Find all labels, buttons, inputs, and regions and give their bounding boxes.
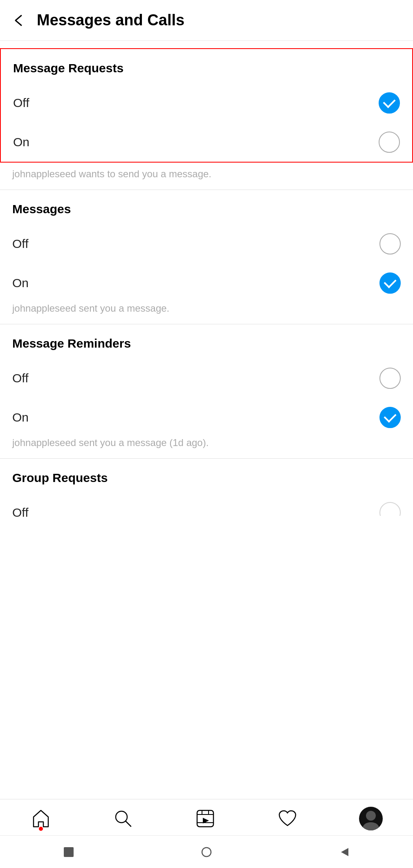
section-messages: Messages Off On johnappleseed sent you a…: [0, 190, 413, 324]
option-row-reminders-off: Off: [12, 359, 401, 398]
option-row-requests-on: On: [13, 123, 400, 162]
radio-group-off[interactable]: [379, 502, 401, 523]
back-button[interactable]: [12, 14, 25, 27]
section-title-group-requests: Group Requests: [12, 459, 401, 493]
android-back-icon: [337, 845, 352, 859]
option-label-messages-off: Off: [12, 237, 28, 251]
nav-item-profile[interactable]: [359, 807, 383, 830]
android-back-button[interactable]: [337, 845, 352, 859]
section-description-messages: johnappleseed sent you a message.: [12, 303, 401, 324]
section-description-requests: johnappleseed wants to send you a messag…: [12, 163, 401, 190]
svg-rect-2: [197, 810, 213, 827]
header: Messages and Calls: [0, 0, 413, 41]
svg-point-5: [363, 822, 379, 830]
option-label-messages-on: On: [12, 276, 29, 290]
option-row-group-off: Off: [12, 493, 401, 527]
svg-point-7: [202, 848, 211, 857]
option-row-requests-off: Off: [13, 83, 400, 123]
section-title-reminders: Message Reminders: [12, 324, 401, 359]
android-square-button[interactable]: [61, 845, 76, 859]
option-label-reminders-on: On: [12, 411, 29, 424]
radio-messages-on[interactable]: [379, 272, 401, 294]
section-group-requests: Group Requests Off: [0, 459, 413, 527]
section-title-messages: Messages: [12, 190, 401, 224]
radio-messages-off[interactable]: [379, 233, 401, 254]
search-icon: [112, 808, 134, 829]
section-title-message-requests: Message Requests: [13, 49, 400, 83]
android-square-icon: [61, 845, 76, 859]
android-nav-bar: [0, 835, 413, 868]
radio-requests-on[interactable]: [379, 132, 400, 153]
profile-avatar: [359, 807, 383, 830]
section-description-reminders: johnappleseed sent you a message (1d ago…: [12, 437, 401, 458]
option-label-reminders-off: Off: [12, 371, 28, 385]
option-label-requests-on: On: [13, 135, 29, 149]
nav-item-search[interactable]: [112, 808, 134, 829]
nav-item-reels[interactable]: [195, 808, 216, 829]
profile-avatar-icon: [359, 807, 383, 830]
radio-reminders-on[interactable]: [379, 407, 401, 428]
home-icon: [30, 808, 52, 829]
nav-item-activity[interactable]: [277, 808, 298, 829]
reels-icon: [195, 808, 216, 829]
nav-item-home[interactable]: [30, 808, 52, 829]
section-message-requests: Message Requests Off On: [0, 48, 413, 163]
android-circle-button[interactable]: [199, 845, 214, 859]
svg-line-1: [126, 821, 131, 826]
radio-reminders-off[interactable]: [379, 368, 401, 389]
svg-point-4: [366, 811, 376, 821]
page-title: Messages and Calls: [37, 11, 184, 29]
heart-icon: [277, 808, 298, 829]
option-row-messages-off: Off: [12, 224, 401, 263]
section-message-reminders: Message Reminders Off On johnappleseed s…: [0, 324, 413, 459]
android-circle-icon: [199, 845, 214, 859]
home-notification-dot: [39, 827, 43, 831]
option-label-group-off: Off: [12, 506, 28, 520]
option-row-messages-on: On: [12, 263, 401, 303]
bottom-nav: [0, 799, 413, 835]
option-row-reminders-on: On: [12, 398, 401, 437]
svg-marker-8: [341, 848, 348, 856]
back-arrow-icon: [12, 14, 25, 27]
radio-requests-off[interactable]: [379, 92, 400, 114]
svg-rect-6: [64, 847, 74, 857]
option-label-requests-off: Off: [13, 96, 29, 110]
